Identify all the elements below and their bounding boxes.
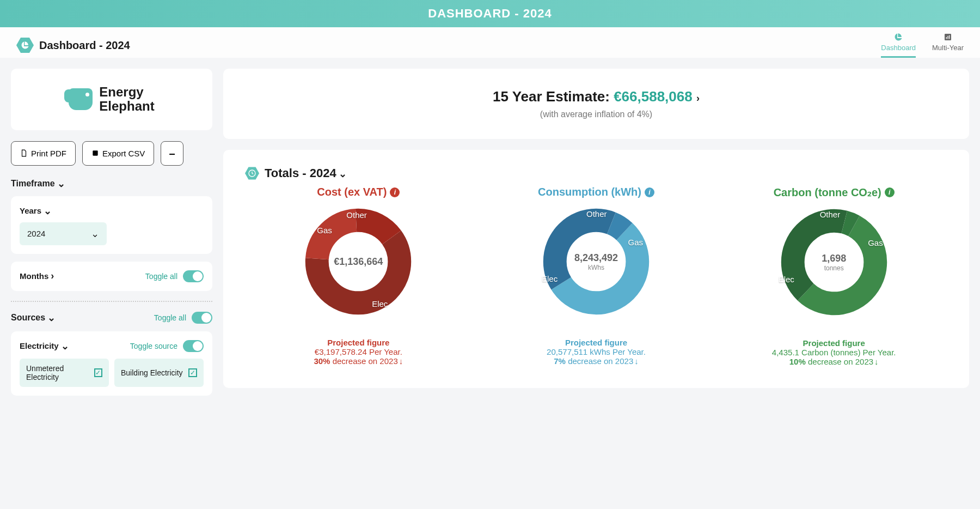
- years-panel: Years 2024: [11, 196, 212, 254]
- donut-carbon[interactable]: 1,698 tonnes Elec Gas Other: [780, 208, 889, 317]
- checkbox-icon: ✓: [94, 368, 102, 377]
- projected-value: 20,577,511 kWhs Per Year.: [483, 347, 710, 356]
- chevron-down-icon: [44, 205, 52, 217]
- change-pct: 10%: [789, 357, 806, 366]
- bar-chart-icon: [944, 33, 952, 41]
- projected-carbon: Projected figure 4,435.1 Carbon (tonnes)…: [720, 338, 947, 366]
- totals-header: Totals - 2024: [245, 166, 947, 180]
- label-text: Electricity: [20, 341, 59, 350]
- totals-card: Totals - 2024 Cost (ex VAT) i: [223, 150, 969, 388]
- button-label: Print PDF: [31, 149, 66, 158]
- label-text: Timeframe: [11, 179, 55, 189]
- totals-title[interactable]: Totals - 2024: [265, 166, 347, 180]
- export-csv-button[interactable]: Export CSV: [82, 141, 154, 166]
- year-select[interactable]: 2024: [20, 222, 107, 245]
- chart-carbon: Carbon (tonne CO₂e) i 1,698 tonnes: [720, 186, 947, 366]
- sidebar: Energy Elephant Print PDF Export CSV – T…: [11, 69, 212, 403]
- months-panel: Months Toggle all: [11, 262, 212, 291]
- months-toggle-all[interactable]: [183, 270, 204, 282]
- logo-line1: Energy: [99, 85, 154, 99]
- segment-label-elec: Elec: [372, 299, 388, 308]
- svg-rect-2: [947, 36, 948, 39]
- chevron-down-icon: [61, 340, 69, 352]
- dashboard-hex-icon: [16, 37, 34, 54]
- logo-line2: Elephant: [99, 99, 154, 113]
- years-label[interactable]: Years: [20, 205, 204, 217]
- donut-center: 8,243,492 kWhs: [574, 252, 618, 271]
- print-pdf-button[interactable]: Print PDF: [11, 141, 76, 166]
- months-label[interactable]: Months: [20, 270, 54, 282]
- center-unit: tonnes: [822, 264, 846, 272]
- info-icon[interactable]: i: [645, 187, 654, 197]
- change-pct: 30%: [314, 356, 330, 366]
- source-building-electricity[interactable]: Building Electricity ✓: [114, 359, 204, 387]
- tab-multi-year[interactable]: Multi-Year: [932, 33, 964, 58]
- sources-section-label[interactable]: Sources: [11, 312, 56, 324]
- timeframe-section-label[interactable]: Timeframe: [11, 178, 212, 190]
- toggle-all-label: Toggle all: [154, 313, 186, 322]
- chart-cost: Cost (ex VAT) i €1,136,664 Elec: [245, 186, 472, 366]
- center-value: 8,243,492: [574, 252, 618, 264]
- segment-label-other: Other: [346, 210, 367, 220]
- tab-dashboard[interactable]: Dashboard: [881, 33, 916, 58]
- donut-center: 1,698 tonnes: [822, 253, 846, 272]
- projected-consumption: Projected figure 20,577,511 kWhs Per Yea…: [483, 338, 710, 366]
- segment-label-elec: Elec: [542, 274, 558, 283]
- arrow-down-icon: [633, 356, 639, 366]
- segment-label-elec: Elec: [779, 275, 794, 284]
- segment-label-gas: Gas: [628, 238, 643, 247]
- electricity-panel: Electricity Toggle source Unmetered Elec…: [11, 331, 212, 396]
- projected-value: €3,197,578.24 Per Year.: [245, 347, 472, 356]
- sources-header: Sources Toggle all: [11, 312, 212, 324]
- toggle-source-label: Toggle source: [130, 342, 177, 350]
- logo-card: Energy Elephant: [11, 69, 212, 130]
- file-icon: [20, 149, 28, 157]
- source-unmetered-electricity[interactable]: Unmetered Electricity ✓: [20, 359, 109, 387]
- content: 15 Year Estimate: €66,588,068 (with aver…: [223, 69, 969, 403]
- info-icon[interactable]: i: [390, 187, 400, 197]
- label-text: Months: [20, 271, 48, 281]
- segment-label-gas: Gas: [317, 226, 332, 235]
- electricity-label[interactable]: Electricity: [20, 340, 69, 352]
- elephant-icon: [69, 88, 93, 110]
- selected-value: 2024: [27, 229, 45, 238]
- change-text: decrease on 2023: [566, 356, 633, 366]
- button-label: Export CSV: [102, 149, 145, 158]
- donut-cost[interactable]: €1,136,664 Elec Gas Other: [304, 207, 413, 316]
- segment-label-other: Other: [586, 209, 607, 219]
- collapse-button[interactable]: –: [161, 141, 183, 166]
- heading-text: Cost (ex VAT): [317, 186, 387, 198]
- arrow-down-icon: [398, 356, 403, 366]
- info-icon[interactable]: i: [885, 187, 895, 197]
- pie-chart-icon: [21, 41, 29, 50]
- estimate-card[interactable]: 15 Year Estimate: €66,588,068 (with aver…: [223, 69, 969, 139]
- chevron-down-icon: [47, 312, 56, 324]
- action-buttons: Print PDF Export CSV –: [11, 141, 212, 166]
- chart-heading-carbon: Carbon (tonne CO₂e) i: [774, 186, 895, 199]
- main-layout: Energy Elephant Print PDF Export CSV – T…: [0, 58, 980, 414]
- top-banner: DASHBOARD - 2024: [0, 0, 980, 27]
- electricity-toggle-source[interactable]: [183, 340, 204, 352]
- chart-heading-cost: Cost (ex VAT) i: [317, 186, 400, 198]
- chevron-down-icon: [57, 178, 65, 190]
- svg-rect-1: [946, 37, 947, 39]
- donut-consumption[interactable]: 8,243,492 kWhs Elec Gas Other: [542, 207, 651, 316]
- header-left: Dashboard - 2024: [16, 37, 130, 54]
- sources-toggle-all[interactable]: [192, 312, 212, 324]
- logo-text: Energy Elephant: [99, 85, 154, 114]
- chart-heading-consumption: Consumption (kWh) i: [538, 186, 654, 198]
- segment-label-gas: Gas: [868, 238, 883, 247]
- label-text: Years: [20, 206, 41, 215]
- divider: [11, 301, 212, 302]
- chevron-right-icon: [696, 88, 700, 105]
- checkbox-label: Building Electricity: [121, 368, 183, 377]
- segment-label-other: Other: [820, 210, 841, 219]
- svg-rect-3: [949, 35, 950, 39]
- center-value: €1,136,664: [334, 256, 383, 268]
- center-value: 1,698: [822, 253, 846, 264]
- change-text: decrease on 2023: [330, 356, 397, 366]
- toggle-all-label: Toggle all: [145, 272, 177, 281]
- arrow-down-icon: [873, 357, 879, 366]
- title-text: Totals - 2024: [265, 166, 336, 180]
- projected-cost: Projected figure €3,197,578.24 Per Year.…: [245, 338, 472, 366]
